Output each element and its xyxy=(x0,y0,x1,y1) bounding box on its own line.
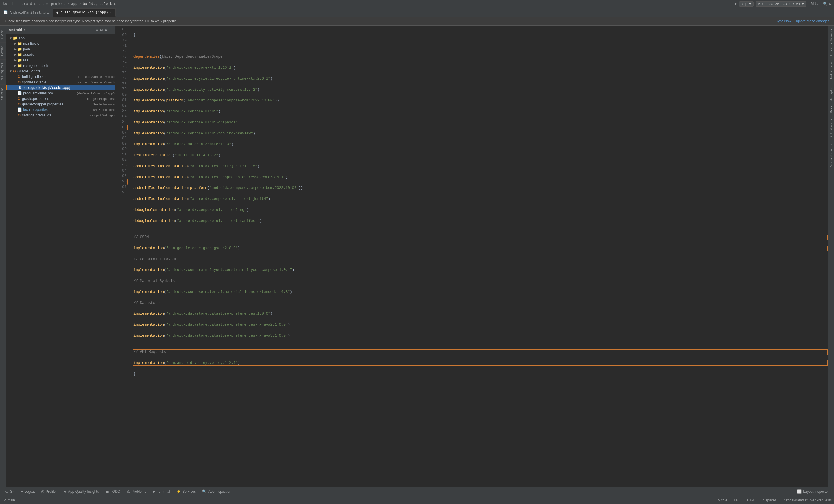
tree-item-build-gradle-app[interactable]: ⚙ build.gradle.kts (Module :app) xyxy=(6,85,115,90)
tree-item-java[interactable]: ▶ 📁 java xyxy=(6,46,115,52)
btn-layout-inspector[interactable]: ⬜ Layout Inspector xyxy=(794,488,832,495)
sidebar-expand-icon[interactable]: ⊞ xyxy=(95,27,99,33)
expand-arrow: ▼ xyxy=(9,69,13,73)
tree-item-res-generated[interactable]: ▶ 📁 res (generated) xyxy=(6,63,115,68)
encoding[interactable]: UTF-8 xyxy=(746,498,755,502)
gradle-icon: ⚙ xyxy=(17,96,21,101)
tree-item-settings-gradle[interactable]: ⚙ settings.gradle.kts (Project Settings) xyxy=(6,112,115,118)
expand-arrow: ▶ xyxy=(13,53,17,56)
file-icon: 📄 xyxy=(17,91,22,95)
sidebar: Android ▼ ⊞ ⊟ ⚙ — ▼ 📁 app xyxy=(6,26,115,487)
separator xyxy=(742,498,742,503)
line-ending-label: LF xyxy=(734,498,739,502)
ignore-changes-link[interactable]: Ignore these changes xyxy=(796,19,829,23)
tree-item-gradle-wrapper[interactable]: ⚙ gradle-wrapper.properties (Gradle Vers… xyxy=(6,102,115,107)
file-path[interactable]: tutorial/data/setup-api-requests xyxy=(784,498,832,502)
code-line-83: androidTestImplementation ("androidx.com… xyxy=(133,196,828,202)
code-line-88: // Constraint Layout xyxy=(133,257,828,262)
vtab-commit[interactable]: Commit xyxy=(0,42,6,59)
code-line-92: // Datastore xyxy=(133,300,828,306)
search-icon[interactable]: 🔍 xyxy=(823,2,827,6)
panel-running-devices[interactable]: Running Devices xyxy=(829,141,833,171)
git-status[interactable]: ⎇ main xyxy=(2,498,15,502)
sidebar-dropdown-icon[interactable]: ▼ xyxy=(24,28,25,31)
sidebar-close-icon[interactable]: — xyxy=(109,27,112,33)
tree-item-app[interactable]: ▼ 📁 app xyxy=(6,35,115,41)
code-line-90: // Material Symbols xyxy=(133,278,828,284)
btn-label: Services xyxy=(182,489,196,494)
btn-logcat[interactable]: ≡ Logcat xyxy=(18,488,38,495)
code-editor[interactable]: 68 69 70 71 72 73 74 75 76 77 78 79 80 8… xyxy=(115,26,828,487)
device-btn[interactable]: app ▼ xyxy=(739,1,754,7)
right-panels: Resource Manager Notifications Device Fi… xyxy=(828,26,834,487)
sync-now-link[interactable]: Sync Now xyxy=(776,19,791,23)
tree-item-gradle-scripts[interactable]: ▼ ⚙ Gradle Scripts xyxy=(6,68,115,74)
btn-services[interactable]: ⚡ Services xyxy=(173,488,199,495)
btn-terminal[interactable]: ▶ Terminal xyxy=(150,488,173,495)
tab-close-icon[interactable]: ✕ xyxy=(110,11,112,14)
code-line-81: androidTestImplementation ("androidx.tes… xyxy=(133,175,828,180)
btn-profiler[interactable]: ◎ Profiler xyxy=(38,488,60,495)
tree-item-local-properties[interactable]: 📄 local.properties (SDK Location) xyxy=(6,107,115,112)
code-line-85: debugImplementation ("androidx.compose.u… xyxy=(133,218,828,224)
sidebar-collapse-icon[interactable]: ⊟ xyxy=(100,27,103,33)
tree-label: java xyxy=(23,47,115,51)
panel-build-variants[interactable]: Build Variants xyxy=(829,116,833,141)
profiler-icon: ◎ xyxy=(41,489,44,494)
btn-label: Git xyxy=(10,489,14,494)
notification-message: Gradle files have changed since last pro… xyxy=(5,19,176,23)
tree-label: local.properties xyxy=(23,108,92,112)
sidebar-settings-icon[interactable]: ⚙ xyxy=(104,27,108,33)
btn-app-quality[interactable]: ★ App Quality Insights xyxy=(60,488,102,495)
app-inspection-icon: 🔍 xyxy=(202,489,207,494)
btn-app-inspection[interactable]: 🔍 App Inspection xyxy=(199,488,234,495)
panel-device-file-explorer[interactable]: Device File Explorer xyxy=(829,82,833,116)
btn-problems[interactable]: ⚠ Problems xyxy=(124,488,149,495)
code-line-78: implementation ("androidx.material3:mate… xyxy=(133,141,828,147)
tree-label: build.gradle.kts xyxy=(22,75,77,79)
tree-item-gradle-properties[interactable]: ⚙ gradle.properties (Project Properties) xyxy=(6,96,115,102)
tree-label: manifests xyxy=(23,42,115,46)
gradle-icon: ⚙ xyxy=(13,69,16,73)
code-line-70: dependencies { this: DependencyHandlerSc… xyxy=(133,54,828,60)
settings-icon[interactable]: ⚙ xyxy=(829,2,831,6)
app-quality-icon: ★ xyxy=(63,489,67,494)
tree-item-build-gradle-project[interactable]: ⚙ build.gradle.kts (Project: Sample_Proj… xyxy=(6,74,115,79)
tree-item-proguard[interactable]: 📄 proguard-rules.pro (ProGuard Rules for… xyxy=(6,90,115,96)
tree-sublabel: (Project: Sample_Project) xyxy=(79,75,115,79)
code-line-73: implementation ("androidx.activity:activ… xyxy=(133,87,828,93)
line-ending[interactable]: LF xyxy=(734,498,739,502)
panel-resource-manager[interactable]: Resource Manager xyxy=(829,26,833,59)
tree-label: proguard-rules.pro xyxy=(23,91,75,95)
code-content[interactable]: } dependencies { this: DependencyHandler… xyxy=(129,26,828,487)
btn-label: Problems xyxy=(131,489,146,494)
code-line-91: implementation("androidx.compose.materia… xyxy=(133,289,828,295)
btn-label: App Inspection xyxy=(208,489,231,494)
run-icon[interactable]: ▶ xyxy=(735,2,737,6)
emulator-btn[interactable]: Pixel_3a_API_33_x86_64 ▼ xyxy=(755,1,807,7)
tab-build-gradle[interactable]: ⚙ build.gradle.kts (:app) ✕ xyxy=(53,8,115,17)
vtab-structure[interactable]: Structure xyxy=(0,84,6,104)
panel-notifications[interactable]: Notifications xyxy=(829,59,833,82)
gradle-icon: ⚙ xyxy=(17,113,21,117)
code-line-86: // GSON xyxy=(133,235,828,240)
line-numbers: 68 69 70 71 72 73 74 75 76 77 78 79 80 8… xyxy=(115,26,129,487)
code-line-96: // API Requests xyxy=(133,349,828,355)
tree-sublabel: (Project Settings) xyxy=(90,113,115,117)
tree-item-manifests[interactable]: ▶ 📁 manifests xyxy=(6,41,115,46)
more-tabs-icon[interactable]: ⋯ xyxy=(827,12,834,17)
btn-todo[interactable]: ☰ TODO xyxy=(103,488,123,495)
code-line-77: implementation ("androidx.compose.ui:ui-… xyxy=(133,131,828,136)
tree-item-res[interactable]: ▶ 📁 res xyxy=(6,57,115,63)
indent[interactable]: 4 spaces xyxy=(763,498,777,502)
vtab-project[interactable]: Project xyxy=(0,26,6,42)
btn-git[interactable]: ⎔ Git xyxy=(2,488,17,495)
tree-item-spotless[interactable]: ⚙ spotless.gradle (Project: Sample_Proje… xyxy=(6,79,115,85)
logcat-icon: ≡ xyxy=(21,489,23,494)
tab-icon: ⚙ xyxy=(57,10,59,15)
tree-item-assets[interactable]: ▶ 📁 assets xyxy=(6,52,115,57)
cursor-position[interactable]: 97:54 xyxy=(718,498,727,502)
tab-android-manifest[interactable]: 📄 AndroidManifest.xml xyxy=(0,8,53,17)
vtab-pull-requests[interactable]: Pull Requests xyxy=(0,59,6,85)
tree-label: app xyxy=(19,36,115,40)
